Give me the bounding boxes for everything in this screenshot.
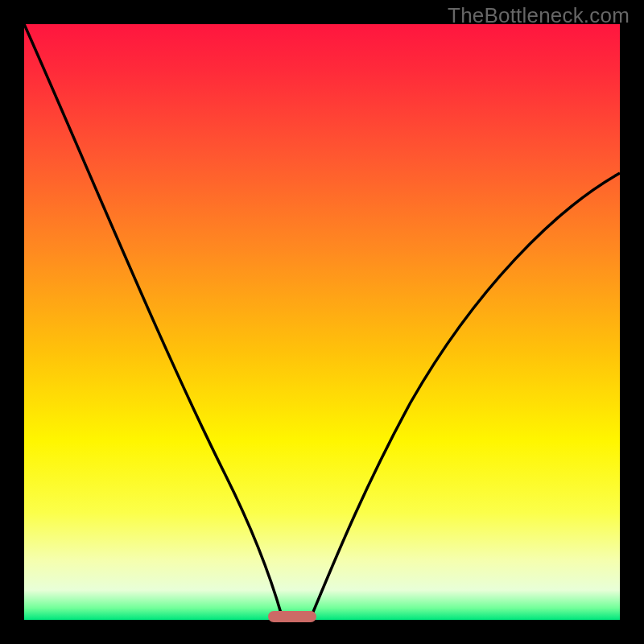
vertex-marker (268, 611, 316, 622)
chart-curves (24, 24, 620, 620)
chart-plot-area (24, 24, 620, 620)
left-curve (24, 24, 282, 616)
right-curve (312, 173, 620, 616)
